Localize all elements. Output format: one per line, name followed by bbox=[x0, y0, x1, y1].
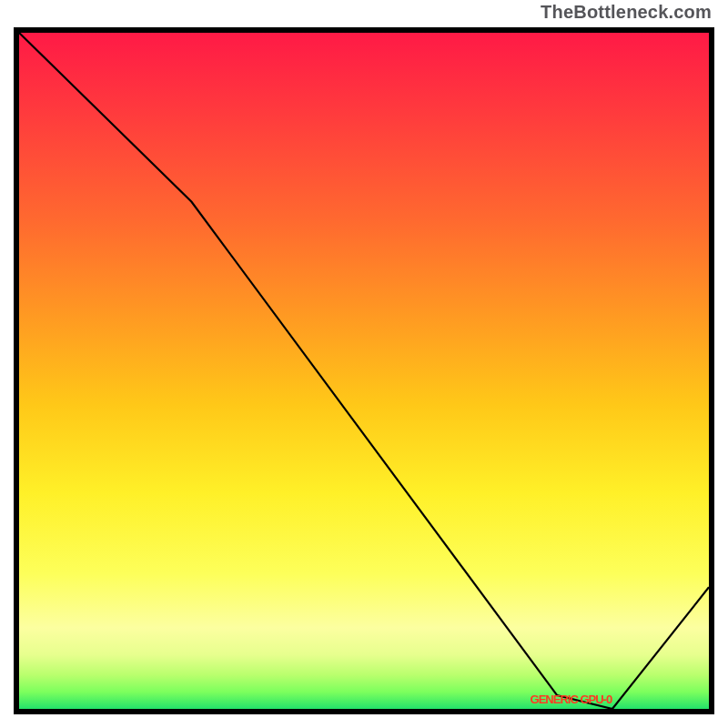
chart-line bbox=[19, 33, 709, 709]
attribution-label: TheBottleneck.com bbox=[541, 2, 712, 23]
chart-data-point-label: GENERIC GPU-0 bbox=[531, 693, 612, 706]
chart-plot-area: GENERIC GPU-0 bbox=[14, 27, 714, 714]
